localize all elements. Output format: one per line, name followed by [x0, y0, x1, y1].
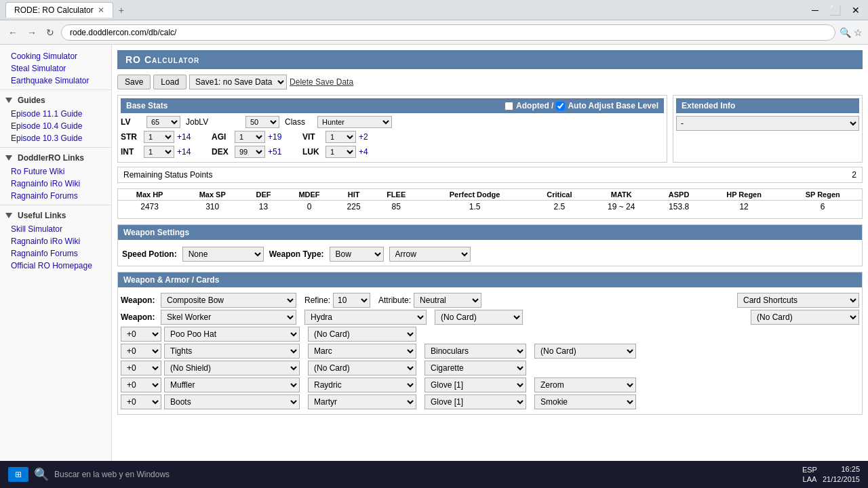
- weapon-select-1[interactable]: Composite Bow: [161, 293, 296, 308]
- sidebar-item[interactable]: Official RO Homepage: [0, 260, 111, 272]
- shield-plus-select[interactable]: +0: [121, 361, 161, 375]
- ammo-select[interactable]: Hydra: [304, 310, 427, 325]
- shoes-plus-select[interactable]: +0: [121, 394, 161, 409]
- arrow-select[interactable]: Arrow: [389, 247, 471, 262]
- garment-plus-select[interactable]: +0: [121, 378, 161, 392]
- start-button[interactable]: ⊞: [8, 467, 28, 482]
- ammo-card-select[interactable]: (No Card): [435, 310, 523, 325]
- vit-select[interactable]: 1: [326, 131, 356, 143]
- body-card-select[interactable]: Marc: [308, 344, 416, 359]
- shield-select[interactable]: (No Shield): [164, 361, 300, 375]
- attribute-label: Attribute:: [378, 296, 411, 305]
- vit-row: VIT 1 +2: [302, 131, 382, 143]
- joblv-select[interactable]: 50: [245, 116, 279, 128]
- extended-info-select[interactable]: -: [676, 116, 859, 131]
- page-title: RO Calculator: [125, 54, 199, 65]
- bookmark-icon[interactable]: ☆: [854, 27, 863, 38]
- sidebar-section-useful[interactable]: Useful Links: [0, 208, 111, 223]
- sidebar-item[interactable]: Episode 11.1 Guide: [0, 108, 111, 120]
- sidebar-item[interactable]: Ragnainfo Forums: [0, 247, 111, 260]
- hat-select[interactable]: Poo Poo Hat: [164, 327, 300, 342]
- garment-card3-select[interactable]: Zerom: [534, 378, 636, 392]
- val-mdef: 0: [283, 201, 335, 214]
- shoes-card3-select[interactable]: Smokie: [534, 394, 636, 409]
- taskbar-icon-search[interactable]: 🔍: [34, 467, 49, 482]
- body-nocard-select[interactable]: (No Card): [534, 344, 636, 359]
- dex-select[interactable]: 99: [235, 146, 265, 158]
- save-button[interactable]: Save: [117, 75, 151, 89]
- hat-row: +0 Poo Poo Hat (No Card): [121, 327, 859, 342]
- val-maxhp: 2473: [118, 201, 181, 214]
- garment-card-select[interactable]: Raydric: [308, 378, 416, 392]
- sidebar-item[interactable]: Ragnainfo iRo Wiki: [0, 235, 111, 247]
- hat-card-select[interactable]: (No Card): [308, 327, 416, 342]
- auto-adjust-checkbox[interactable]: [556, 102, 565, 110]
- card-shortcuts-select[interactable]: Card Shortcuts: [737, 293, 859, 308]
- weapon2-card-select[interactable]: (No Card): [751, 310, 859, 325]
- base-stats-section: Base Stats Adopted / Auto Adjust Base Le…: [117, 95, 863, 163]
- body-select[interactable]: Tights: [164, 344, 300, 359]
- browser-toolbar: ← → ↻ 🔍 ☆: [0, 20, 868, 45]
- body-card2-select[interactable]: Binoculars: [425, 344, 526, 359]
- sidebar-item[interactable]: Earthquake Simulator: [0, 75, 111, 87]
- shoes-card2-select[interactable]: Glove [1]: [425, 394, 526, 409]
- str-bonus: +14: [177, 132, 201, 142]
- luk-row: LUK 1 +4: [302, 146, 382, 158]
- attribute-select[interactable]: Neutral: [414, 293, 481, 308]
- garment-select[interactable]: Muffler: [164, 378, 300, 392]
- sidebar-item[interactable]: Ragnainfo iRo Wiki: [0, 178, 111, 190]
- taskbar-left: ⊞ 🔍 Buscar en la web y en Windows: [8, 467, 170, 482]
- minimize-icon[interactable]: ─: [812, 5, 818, 16]
- load-button[interactable]: Load: [153, 75, 186, 89]
- maximize-icon[interactable]: ⬜: [829, 5, 841, 16]
- weapon-armor-section: Weapon & Armor / Cards Weapon: Composite…: [117, 272, 863, 415]
- ro-calculator-header: RO Calculator: [117, 50, 863, 69]
- weapon-type-select[interactable]: Bow: [330, 247, 384, 262]
- sidebar-item[interactable]: Ro Future Wiki: [0, 165, 111, 178]
- weapon-select-2[interactable]: Skel Worker: [161, 310, 296, 325]
- val-matk: 19 ~ 24: [589, 201, 653, 214]
- taskbar-lang: ESP LAA: [802, 465, 817, 485]
- lv-select[interactable]: 65: [146, 116, 180, 128]
- new-tab-icon[interactable]: +: [119, 5, 124, 16]
- sidebar-item[interactable]: Episode 10.4 Guide: [0, 120, 111, 132]
- sidebar-item[interactable]: Steal Simulator: [0, 62, 111, 75]
- sidebar-item[interactable]: Ragnainfo Forums: [0, 190, 111, 202]
- forward-button[interactable]: →: [24, 24, 39, 41]
- col-maxsp: Max SP: [181, 189, 243, 201]
- sidebar-item[interactable]: Skill Simulator: [0, 223, 111, 235]
- weapon-type-label: Weapon Type:: [269, 249, 324, 259]
- hat2-plus-select[interactable]: +0: [121, 344, 161, 359]
- adopted-checkbox[interactable]: [505, 102, 513, 110]
- taskbar: ⊞ 🔍 Buscar en la web y en Windows ESP LA…: [0, 461, 868, 488]
- shoes-row: +0 Boots Martyr Glove [1] Smokie: [121, 394, 859, 409]
- delete-save-button[interactable]: Delete Save Data: [290, 77, 353, 87]
- back-button[interactable]: ←: [5, 24, 20, 41]
- sidebar-section-guides[interactable]: Guides: [0, 93, 111, 108]
- browser-tab[interactable]: RODE: RO Calculator ✕: [5, 2, 113, 18]
- tab-close-icon[interactable]: ✕: [98, 5, 104, 15]
- shield-card-select[interactable]: (No Card): [308, 361, 416, 375]
- sidebar-section-doddlerro[interactable]: DoddlerRO Links: [0, 150, 111, 165]
- speed-potion-select[interactable]: None: [182, 247, 264, 262]
- garment-card2-select[interactable]: Glove [1]: [425, 378, 526, 392]
- shoes-select[interactable]: Boots: [164, 394, 300, 409]
- int-select[interactable]: 1: [144, 146, 174, 158]
- str-select[interactable]: 1: [144, 131, 174, 143]
- refine-select[interactable]: 10: [333, 293, 370, 308]
- main-content: RO Calculator Save Load Save1: no Save D…: [112, 45, 868, 461]
- class-select[interactable]: Hunter: [317, 116, 392, 128]
- sidebar-item[interactable]: Cooking Simulator: [0, 50, 111, 62]
- refresh-button[interactable]: ↻: [43, 24, 57, 41]
- url-bar[interactable]: [61, 24, 835, 41]
- shield-card2-select[interactable]: Cigarette: [425, 361, 526, 375]
- search-icon[interactable]: 🔍: [840, 27, 851, 38]
- hat-plus-select[interactable]: +0: [121, 327, 161, 342]
- shoes-card-select[interactable]: Martyr: [308, 394, 416, 409]
- luk-select[interactable]: 1: [326, 146, 356, 158]
- save-slot-select[interactable]: Save1: no Save Data: [189, 75, 287, 89]
- agi-select[interactable]: 1: [235, 131, 265, 143]
- sidebar-item[interactable]: Episode 10.3 Guide: [0, 132, 111, 144]
- toolbar: Save Load Save1: no Save Data Delete Sav…: [117, 75, 863, 89]
- close-icon[interactable]: ✕: [852, 5, 860, 16]
